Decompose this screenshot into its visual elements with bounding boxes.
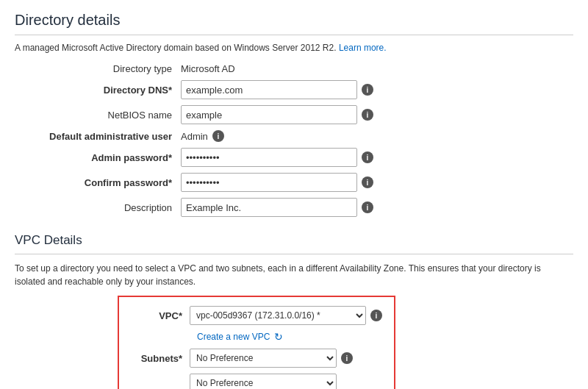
description-info-icon[interactable]: i	[362, 201, 373, 213]
directory-type-label: Directory type	[15, 60, 176, 77]
confirm-password-input[interactable]	[181, 173, 357, 192]
vpc-row: VPC* vpc-005d9367 (172.31.0.0/16) * i	[131, 306, 382, 325]
directory-description: A managed Microsoft Active Directory dom…	[15, 43, 573, 53]
directory-dns-input[interactable]	[181, 80, 357, 99]
page-title: Directory details	[15, 12, 573, 29]
admin-user-value: Admin	[181, 131, 208, 142]
netbios-info-icon[interactable]: i	[362, 109, 373, 121]
subnet1-row: Subnets* No Preference i	[131, 349, 382, 368]
admin-password-input[interactable]	[181, 148, 357, 167]
vpc-details-box: VPC* vpc-005d9367 (172.31.0.0/16) * i Cr…	[118, 296, 395, 389]
vpc-select[interactable]: vpc-005d9367 (172.31.0.0/16) *	[190, 306, 366, 325]
description-label: Description	[15, 195, 176, 220]
create-vpc-row: Create a new VPC ↻	[131, 331, 382, 343]
refresh-vpc-icon[interactable]: ↻	[274, 331, 283, 343]
admin-user-label: Default administrative user	[15, 127, 176, 145]
admin-password-row: Admin password* i	[15, 145, 573, 170]
subnets-label: Subnets*	[131, 353, 190, 364]
subnet1-select[interactable]: No Preference	[190, 349, 337, 368]
confirm-password-info-icon[interactable]: i	[362, 176, 373, 188]
admin-user-info-icon[interactable]: i	[212, 130, 224, 142]
admin-password-label: Admin password*	[15, 145, 176, 170]
admin-password-info-icon[interactable]: i	[362, 151, 373, 163]
directory-dns-label: Directory DNS*	[15, 77, 176, 102]
learn-more-link[interactable]: Learn more.	[339, 43, 387, 53]
directory-dns-info-icon[interactable]: i	[362, 84, 373, 96]
vpc-section-title: VPC Details	[15, 233, 573, 248]
subnet1-info-icon[interactable]: i	[341, 352, 353, 364]
directory-type-row: Directory type Microsoft AD	[15, 60, 573, 77]
netbios-row: NetBIOS name i	[15, 102, 573, 127]
confirm-password-row: Confirm password* i	[15, 170, 573, 195]
netbios-label: NetBIOS name	[15, 102, 176, 127]
directory-type-value: Microsoft AD	[181, 63, 235, 74]
directory-form: Directory type Microsoft AD Directory DN…	[15, 60, 573, 220]
header-divider	[15, 35, 573, 35]
subnet2-row: No Preference	[131, 374, 382, 389]
description-row: Description i	[15, 195, 573, 220]
admin-user-row: Default administrative user Admin i	[15, 127, 573, 145]
confirm-password-label: Confirm password*	[15, 170, 176, 195]
subnet2-select[interactable]: No Preference	[190, 374, 337, 389]
create-vpc-link[interactable]: Create a new VPC	[197, 332, 270, 342]
netbios-input[interactable]	[181, 105, 357, 124]
description-input[interactable]	[181, 198, 357, 217]
directory-dns-row: Directory DNS* i	[15, 77, 573, 102]
vpc-description: To set up a directory you need to select…	[15, 262, 573, 288]
vpc-label: VPC*	[131, 310, 190, 321]
vpc-info-icon[interactable]: i	[370, 310, 382, 321]
vpc-divider	[15, 254, 573, 254]
